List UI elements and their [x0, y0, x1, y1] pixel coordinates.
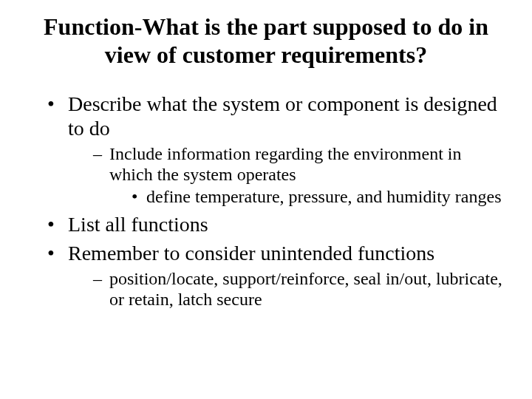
list-item: Describe what the system or component is…	[47, 92, 502, 208]
bullet-text: Include information regarding the enviro…	[109, 144, 462, 184]
bullet-text: define temperature, pressure, and humidi…	[146, 187, 502, 206]
list-item: Include information regarding the enviro…	[93, 143, 502, 208]
list-item: List all functions	[47, 212, 502, 236]
list-item: define temperature, pressure, and humidi…	[132, 186, 502, 207]
list-item: position/locate, support/reinforce, seal…	[93, 268, 502, 310]
bullet-list-level2: Include information regarding the enviro…	[68, 143, 502, 208]
list-item: Remember to consider unintended function…	[47, 241, 502, 310]
bullet-text: List all functions	[68, 213, 208, 236]
bullet-list-level1: Describe what the system or component is…	[22, 92, 510, 310]
slide-body: Describe what the system or component is…	[22, 92, 510, 310]
bullet-list-level2: position/locate, support/reinforce, seal…	[68, 268, 502, 310]
bullet-text: position/locate, support/reinforce, seal…	[109, 269, 502, 309]
slide: Function-What is the part supposed to do…	[0, 0, 532, 399]
bullet-list-level3: define temperature, pressure, and humidi…	[109, 186, 502, 207]
bullet-text: Describe what the system or component is…	[68, 92, 497, 140]
slide-title: Function-What is the part supposed to do…	[37, 13, 495, 69]
bullet-text: Remember to consider unintended function…	[68, 242, 434, 265]
